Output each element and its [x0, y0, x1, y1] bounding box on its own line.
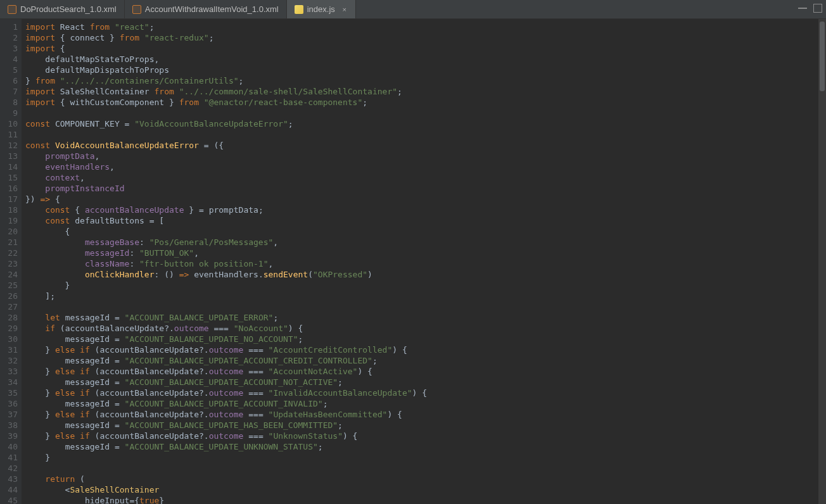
code-line[interactable]: hideInput={true}	[25, 495, 826, 504]
line-number: 36	[0, 398, 18, 409]
line-number: 3	[0, 43, 18, 54]
line-number: 41	[0, 452, 18, 463]
code-line[interactable]: import {	[25, 43, 826, 54]
line-number: 33	[0, 366, 18, 377]
code-line[interactable]: defaultMapStateToProps,	[25, 54, 826, 65]
code-line[interactable]: import React from "react";	[25, 22, 826, 32]
code-line[interactable]: messageId = "ACCOUNT_BALANCE_UPDATE_NO_A…	[25, 334, 826, 344]
code-line[interactable]: import { withCustomComponent } from "@en…	[25, 97, 826, 108]
code-line[interactable]: }	[25, 280, 826, 291]
line-number: 38	[0, 420, 18, 431]
code-line[interactable]: promptInstanceId	[25, 183, 826, 194]
code-line[interactable]: promptData,	[25, 151, 826, 161]
code-line[interactable]: className: "ftr-button ok position-1",	[25, 258, 826, 269]
code-line[interactable]: const defaultButtons = [	[25, 215, 826, 226]
code-line[interactable]: messageId = "ACCOUNT_BALANCE_UPDATE_UNKN…	[25, 441, 826, 452]
code-line[interactable]: const { accountBalanceUpdate } = promptD…	[25, 205, 826, 215]
line-number: 24	[0, 269, 18, 280]
line-number: 23	[0, 258, 18, 269]
line-number: 12	[0, 140, 18, 151]
line-number: 6	[0, 75, 18, 86]
code-line[interactable]: import SaleShellContainer from "../../co…	[25, 86, 826, 97]
code-line[interactable]	[25, 463, 826, 474]
code-line[interactable]: messageId = "ACCOUNT_BALANCE_UPDATE_ACCO…	[25, 377, 826, 387]
tab-label: index.js	[307, 4, 335, 14]
scrollbar-thumb[interactable]	[820, 22, 825, 91]
code-line[interactable]: onClickHandler: () => eventHandlers.send…	[25, 269, 826, 280]
tab-bar: DoProductSearch_1.0.xmlAccountWithdrawal…	[0, 0, 826, 19]
editor-tab[interactable]: index.js×	[287, 0, 356, 18]
code-line[interactable]: messageBase: "Pos/General/PosMessages",	[25, 237, 826, 248]
editor-tab[interactable]: AccountWithdrawalItemVoid_1.0.xml	[125, 0, 287, 18]
code-editor[interactable]: 1234567891011121314151617181920212223242…	[0, 19, 826, 504]
code-line[interactable]: } else if (accountBalanceUpdate?.outcome…	[25, 387, 826, 398]
line-number: 13	[0, 151, 18, 161]
xml-file-icon	[8, 5, 16, 14]
line-number: 16	[0, 183, 18, 194]
js-file-icon	[295, 5, 303, 14]
code-line[interactable]: return (	[25, 474, 826, 484]
code-line[interactable]: }) => {	[25, 194, 826, 205]
code-line[interactable]	[25, 301, 826, 312]
xml-file-icon	[132, 5, 141, 14]
code-line[interactable]: messageId: "BUTTON_OK",	[25, 248, 826, 258]
maximize-icon[interactable]	[813, 4, 822, 13]
code-line[interactable]: import { connect } from "react-redux";	[25, 32, 826, 43]
code-line[interactable]: context,	[25, 172, 826, 183]
code-area[interactable]: import React from "react";import { conne…	[22, 19, 826, 504]
code-line[interactable]: let messageId = "ACCOUNT_BALANCE_UPDATE_…	[25, 312, 826, 323]
code-line[interactable]: defaultMapDispatchToProps	[25, 65, 826, 75]
editor-tab[interactable]: DoProductSearch_1.0.xml	[0, 0, 125, 18]
line-number: 9	[0, 108, 18, 118]
minimize-icon[interactable]	[798, 4, 807, 9]
line-number: 5	[0, 65, 18, 75]
line-number: 43	[0, 474, 18, 484]
line-number: 11	[0, 129, 18, 140]
line-number: 35	[0, 387, 18, 398]
code-line[interactable]: {	[25, 226, 826, 237]
code-line[interactable]: eventHandlers,	[25, 161, 826, 172]
line-number: 44	[0, 484, 18, 495]
code-line[interactable]	[25, 108, 826, 118]
code-line[interactable]: } else if (accountBalanceUpdate?.outcome…	[25, 366, 826, 377]
line-number: 17	[0, 194, 18, 205]
close-icon[interactable]: ×	[341, 6, 348, 13]
code-line[interactable]: } else if (accountBalanceUpdate?.outcome…	[25, 431, 826, 441]
code-line[interactable]: if (accountBalanceUpdate?.outcome === "N…	[25, 323, 826, 334]
line-number: 37	[0, 409, 18, 420]
code-line[interactable]	[25, 129, 826, 140]
code-line[interactable]: }	[25, 452, 826, 463]
line-number: 39	[0, 431, 18, 441]
window-controls	[798, 4, 822, 13]
code-line[interactable]: <SaleShellContainer	[25, 484, 826, 495]
line-number: 1	[0, 22, 18, 32]
line-number: 31	[0, 344, 18, 355]
code-line[interactable]: const COMPONENT_KEY = "VoidAccountBalanc…	[25, 118, 826, 129]
code-line[interactable]: } from "../../../containers/ContainerUti…	[25, 75, 826, 86]
line-number: 14	[0, 161, 18, 172]
code-line[interactable]: messageId = "ACCOUNT_BALANCE_UPDATE_HAS_…	[25, 420, 826, 431]
code-line[interactable]: } else if (accountBalanceUpdate?.outcome…	[25, 344, 826, 355]
line-number: 7	[0, 86, 18, 97]
code-line[interactable]: messageId = "ACCOUNT_BALANCE_UPDATE_ACCO…	[25, 398, 826, 409]
line-number: 8	[0, 97, 18, 108]
line-number: 10	[0, 118, 18, 129]
code-line[interactable]: ];	[25, 291, 826, 301]
code-line[interactable]: } else if (accountBalanceUpdate?.outcome…	[25, 409, 826, 420]
line-number: 2	[0, 32, 18, 43]
line-number: 22	[0, 248, 18, 258]
line-number: 42	[0, 463, 18, 474]
line-number: 32	[0, 355, 18, 366]
line-number: 28	[0, 312, 18, 323]
line-number: 27	[0, 301, 18, 312]
line-number: 4	[0, 54, 18, 65]
vertical-scrollbar[interactable]	[818, 19, 826, 504]
tab-label: DoProductSearch_1.0.xml	[20, 4, 117, 14]
line-number: 20	[0, 226, 18, 237]
code-line[interactable]: const VoidAccountBalanceUpdateError = ({	[25, 140, 826, 151]
line-number-gutter: 1234567891011121314151617181920212223242…	[0, 19, 22, 504]
line-number: 29	[0, 323, 18, 334]
line-number: 21	[0, 237, 18, 248]
line-number: 15	[0, 172, 18, 183]
code-line[interactable]: messageId = "ACCOUNT_BALANCE_UPDATE_ACCO…	[25, 355, 826, 366]
